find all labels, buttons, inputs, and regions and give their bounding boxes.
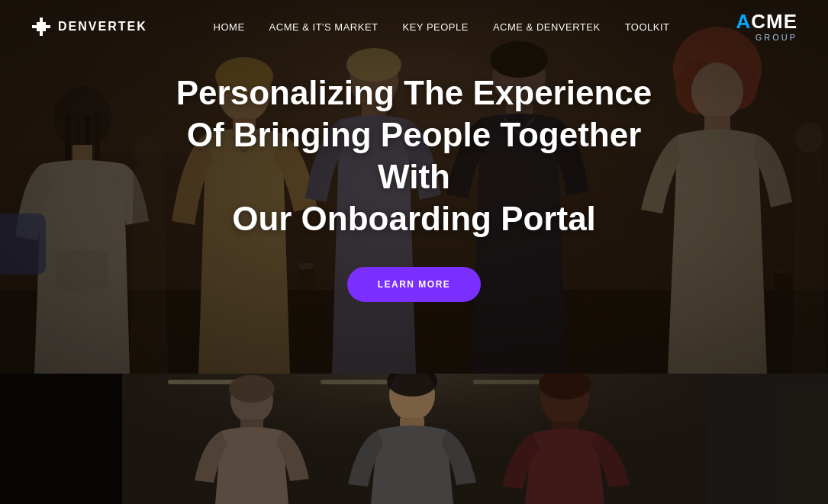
acme-logo-group-label: GROUP	[756, 33, 797, 42]
logo-label: DENVERTEK	[58, 20, 147, 34]
nav-toolkit[interactable]: TOOLKIT	[625, 21, 670, 33]
learn-more-button[interactable]: LEARN MORE	[347, 267, 482, 302]
header: DENVERTEK HOME ACME & IT'S MARKET KEY PE…	[0, 0, 828, 53]
nav-acme-market[interactable]: ACME & IT'S MARKET	[269, 21, 379, 33]
hero-title: Personalizing The Experience Of Bringing…	[147, 72, 681, 239]
main-nav: HOME ACME & IT'S MARKET KEY PEOPLE ACME …	[214, 21, 670, 33]
nav-acme-denvertek[interactable]: ACME & DENVERTEK	[493, 21, 601, 33]
bottom-section	[0, 374, 828, 504]
acme-group-logo: A CME GROUP	[736, 11, 797, 42]
acme-logo-a: A	[736, 11, 751, 31]
logo-area[interactable]: DENVERTEK	[31, 16, 147, 37]
svg-rect-58	[0, 374, 122, 504]
svg-rect-38	[37, 28, 40, 31]
svg-rect-36	[37, 22, 40, 25]
denvertek-logo-icon	[31, 16, 52, 37]
acme-logo-cme: CME	[751, 11, 797, 31]
nav-key-people[interactable]: KEY PEOPLE	[403, 21, 469, 33]
svg-rect-57	[0, 374, 828, 504]
nav-home[interactable]: HOME	[214, 21, 245, 33]
svg-rect-35	[32, 25, 50, 28]
hero-content: Personalizing The Experience Of Bringing…	[147, 72, 681, 302]
svg-rect-37	[43, 22, 46, 25]
svg-rect-39	[43, 28, 46, 31]
